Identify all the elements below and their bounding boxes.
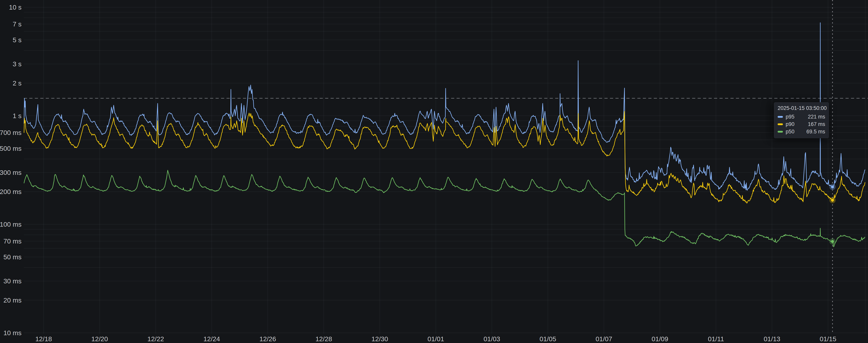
hover-tooltip: 2025-01-15 03:50:00 p95 221 ms p90 167 m… [774, 102, 829, 138]
x-tick-label: 01/07 [595, 335, 612, 343]
y-tick-label: 30 ms [3, 277, 22, 285]
tooltip-timestamp: 2025-01-15 03:50:00 [778, 105, 825, 111]
y-tick-label: 10 s [9, 3, 22, 11]
y-axis-labels: 10 s7 s5 s3 s2 s1 s700 ms500 ms300 ms200… [0, 3, 22, 337]
x-tick-label: 01/11 [708, 335, 724, 343]
series-p95-line [24, 23, 865, 190]
p95-series-color-swatch-icon [778, 116, 783, 118]
crosshair-point-p90 [831, 199, 834, 201]
tooltip-series-value-p50: 69.5 ms [806, 128, 825, 135]
x-tick-label: 01/15 [820, 335, 836, 343]
latency-timeseries-chart[interactable]: 10 s7 s5 s3 s2 s1 s700 ms500 ms300 ms200… [0, 0, 868, 343]
grafana-panel: 10 s7 s5 s3 s2 s1 s700 ms500 ms300 ms200… [0, 0, 868, 343]
y-tick-label: 1 s [13, 112, 22, 120]
x-tick-label: 01/03 [484, 335, 500, 343]
x-tick-label: 12/20 [91, 335, 108, 343]
x-tick-label: 01/09 [652, 335, 668, 343]
x-tick-label: 12/26 [259, 335, 276, 343]
tooltip-row-p95: p95 221 ms [778, 113, 825, 121]
y-tick-label: 5 s [13, 36, 22, 43]
y-tick-label: 70 ms [3, 238, 22, 245]
crosshair-point-p50 [831, 240, 834, 243]
y-tick-label: 2 s [13, 80, 22, 87]
x-tick-label: 12/28 [315, 335, 332, 343]
y-tick-label: 100 ms [0, 221, 22, 228]
x-tick-label: 12/30 [372, 335, 388, 343]
x-axis-labels: 12/1812/2012/2212/2412/2612/2812/3001/01… [35, 335, 836, 343]
crosshair-point-p95 [831, 185, 834, 188]
x-tick-label: 01/13 [764, 335, 780, 343]
tooltip-series-value-p90: 167 ms [808, 121, 825, 127]
tooltip-row-p50: p50 69.5 ms [778, 128, 825, 135]
y-tick-label: 700 ms [0, 129, 22, 136]
x-tick-label: 01/05 [539, 335, 556, 343]
series-lines [24, 23, 865, 247]
p90-series-color-swatch-icon [778, 123, 783, 125]
y-tick-label: 500 ms [0, 145, 22, 152]
p50-series-color-swatch-icon [778, 131, 783, 133]
y-tick-label: 20 ms [3, 297, 22, 304]
crosshair-hover-points [830, 184, 836, 245]
tooltip-series-label-p50: p50 [786, 128, 801, 135]
x-tick-label: 01/01 [428, 335, 444, 343]
x-tick-label: 12/22 [147, 335, 164, 343]
x-gridlines [43, 0, 865, 334]
series-p90-line [24, 111, 865, 203]
tooltip-series-label-p95: p95 [786, 114, 801, 120]
y-tick-label: 50 ms [3, 253, 22, 261]
x-tick-label: 12/18 [35, 335, 52, 343]
y-tick-label: 7 s [13, 20, 22, 28]
tooltip-row-p90: p90 167 ms [778, 121, 825, 128]
x-tick-label: 12/24 [204, 335, 220, 343]
y-tick-label: 3 s [13, 60, 22, 68]
y-gridlines [24, 7, 868, 333]
tooltip-series-value-p95: 221 ms [808, 114, 825, 120]
y-tick-label: 200 ms [0, 188, 22, 195]
tooltip-series-label-p90: p90 [786, 121, 801, 127]
y-tick-label: 10 ms [3, 329, 22, 337]
y-tick-label: 300 ms [0, 169, 22, 176]
